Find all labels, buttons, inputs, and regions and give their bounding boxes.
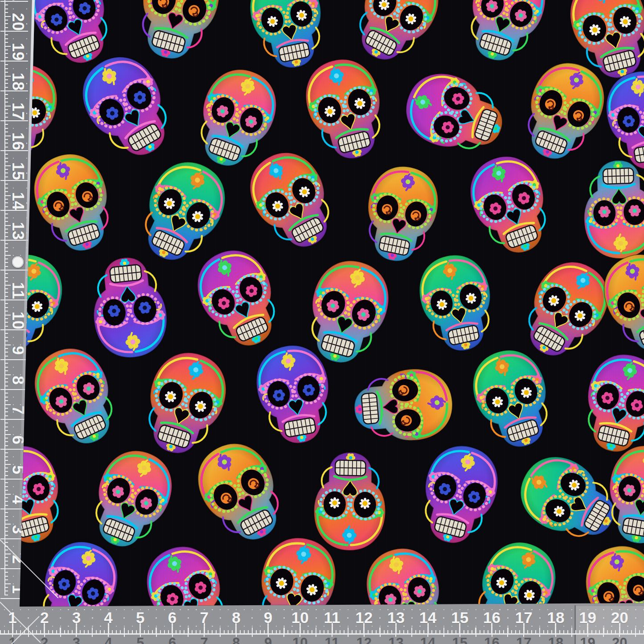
bottom-half-dot: [635, 617, 636, 619]
bottom-tick: [276, 630, 277, 634]
left-eighth-tick: [4, 281, 8, 282]
bottom-ruler-number-dark: 3: [73, 635, 80, 644]
left-eighth-tick: [4, 147, 8, 148]
left-eighth-tick: [4, 243, 8, 244]
bottom-tick: [535, 630, 536, 634]
left-eighth-tick: [4, 42, 8, 43]
left-eighth-tick: [4, 199, 8, 200]
bottom-ruler-number: 19: [579, 609, 596, 627]
bottom-tick-stub: [571, 635, 572, 637]
bottom-tick: [583, 630, 584, 634]
left-eighth-tick: [4, 326, 8, 327]
bottom-half-dot: [475, 617, 476, 619]
left-inch-line: [0, 270, 28, 271]
bottom-half-dot: [251, 617, 253, 619]
left-eighth-tick: [4, 524, 11, 525]
left-eighth-tick: [4, 565, 8, 566]
left-eighth-tick: [4, 557, 8, 558]
left-eighth-tick: [4, 386, 8, 386]
left-eighth-tick: [4, 23, 8, 24]
bottom-tick: [567, 630, 568, 634]
bottom-ruler-number: 17: [515, 609, 533, 627]
bottom-tick-stub: [539, 635, 540, 637]
bottom-tick: [40, 630, 41, 634]
bottom-tick: [136, 630, 137, 634]
bottom-tick: [20, 630, 21, 634]
bottom-tick: [64, 630, 65, 634]
bottom-half-dot: [539, 617, 541, 619]
bottom-tick: [607, 630, 608, 634]
bottom-tick: [200, 630, 201, 634]
bottom-ruler-number-dark: 6: [168, 635, 176, 644]
bottom-tick: [515, 630, 516, 634]
bottom-tick: [324, 630, 324, 634]
bottom-tick: [615, 630, 616, 634]
left-eighth-tick: [4, 554, 11, 554]
left-eighth-tick: [4, 527, 8, 528]
bottom-tick: [16, 630, 17, 634]
bottom-tick: [160, 630, 161, 634]
ruler-grommet-hole: [12, 256, 24, 268]
bottom-tick: [228, 630, 229, 634]
bottom-tick-stub: [124, 635, 125, 637]
bottom-tick: [336, 630, 336, 634]
left-eighth-tick: [4, 113, 8, 114]
left-eighth-tick: [4, 415, 8, 416]
bottom-tick: [295, 630, 296, 634]
left-eighth-tick: [4, 408, 8, 409]
bottom-tick: [368, 630, 369, 634]
bottom-tick: [411, 628, 412, 634]
bottom-tick: [360, 630, 361, 634]
left-eighth-tick: [4, 87, 8, 88]
left-eighth-tick: [4, 587, 8, 588]
bottom-tick: [563, 630, 564, 634]
left-eighth-tick: [4, 292, 8, 293]
bottom-ruler-number: 13: [387, 609, 405, 627]
bottom-tick: [80, 630, 81, 634]
left-eighth-tick: [4, 277, 8, 278]
left-eighth-tick: [4, 27, 8, 28]
left-eighth-tick: [4, 188, 8, 189]
bottom-tick: [507, 628, 508, 634]
left-eighth-tick: [4, 352, 8, 353]
bottom-tick-stub: [380, 635, 381, 637]
bottom-tick: [176, 630, 176, 634]
left-eighth-tick: [4, 206, 8, 207]
bottom-tick: [283, 628, 284, 634]
bottom-half-dot: [92, 617, 93, 619]
bottom-tick: [356, 630, 357, 634]
bottom-half-dot: [220, 617, 221, 619]
left-eighth-tick: [4, 158, 8, 159]
bottom-ruler-number: 16: [483, 609, 500, 627]
bottom-tick: [495, 630, 496, 634]
bottom-tick-stub: [28, 635, 29, 637]
left-eighth-tick: [4, 363, 8, 364]
left-eighth-tick: [4, 94, 8, 95]
left-inch-line: [0, 299, 28, 300]
left-eighth-tick: [4, 520, 8, 521]
bottom-tick: [216, 630, 217, 634]
bottom-half-dot: [156, 617, 157, 619]
bottom-tick: [488, 630, 488, 634]
bottom-tick: [132, 630, 133, 634]
left-eighth-tick: [4, 98, 8, 99]
left-eighth-tick: [4, 38, 8, 39]
left-eighth-tick: [4, 337, 8, 338]
bottom-tick: [639, 630, 640, 634]
left-eighth-tick: [4, 445, 8, 446]
bottom-tick: [484, 630, 484, 634]
bottom-ruler-number: 7: [200, 609, 208, 627]
bottom-tick: [116, 630, 117, 634]
left-eighth-tick: [4, 72, 8, 73]
bottom-tick-stub: [283, 635, 284, 637]
mat-seam: [574, 605, 576, 644]
bottom-tick: [531, 630, 532, 634]
left-eighth-tick: [4, 595, 8, 595]
bottom-tick: [188, 628, 189, 634]
bottom-ruler-number-dark: 11: [325, 635, 340, 644]
bottom-tick-stub: [348, 635, 349, 637]
left-eighth-tick: [4, 202, 8, 203]
left-eighth-tick: [4, 217, 8, 218]
left-eighth-tick: [4, 262, 8, 263]
left-ruler-number: 14: [8, 192, 27, 210]
